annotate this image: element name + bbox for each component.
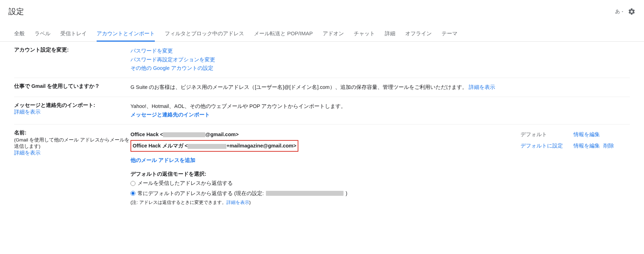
addr-suffix: @gmail.com> (205, 132, 238, 137)
reply-mode-title: デフォルトの返信モードを選択: (130, 170, 630, 179)
settings-header: 設定 あ (0, 0, 644, 20)
tab-general[interactable]: 全般 (14, 27, 25, 41)
import-learn-more-link[interactable]: 詳細を表示 (14, 109, 41, 115)
radio-label: メールを受信したアドレスから返信する (138, 179, 233, 188)
redacted-block (188, 144, 226, 149)
settings-tabs: 全般 ラベル 受信トレイ アカウントとインポート フィルタとブロック中のアドレス… (0, 27, 644, 42)
import-action-link[interactable]: メッセージと連絡先のインポート (130, 112, 210, 117)
section-label: 仕事で Gmail を使用していますか？ (14, 83, 130, 90)
section-title: 名前: (14, 129, 130, 136)
section-content: パスワードを変更 パスワード再設定オプションを変更 その他の Google アカ… (130, 47, 630, 73)
business-learn-more-link[interactable]: 詳細を表示 (469, 84, 495, 90)
note-post: ) (249, 200, 251, 205)
section-title: メッセージと連絡先のインポート: (14, 102, 130, 109)
reply-mode-option[interactable]: メールを受信したアドレスから返信する (130, 178, 630, 188)
tab-offline[interactable]: オフライン (405, 27, 432, 41)
reply-mode-option[interactable]: 常にデフォルトのアドレスから返信する (現在の設定: ) (130, 188, 630, 199)
section-label: アカウント設定を変更: (14, 47, 130, 53)
radio-label-pre: 常にデフォルトのアドレスから返信する (現在の設定: (138, 189, 264, 198)
section-business: 仕事で Gmail を使用していますか？ G Suite のお客様は、ビジネス用… (14, 78, 630, 97)
send-as-row: Office Hack <@gmail.com> デフォルト 情報を編集 (130, 129, 630, 140)
section-label: メッセージと連絡先のインポート: 詳細を表示 (14, 102, 130, 115)
delete-link[interactable]: 削除 (603, 143, 614, 149)
addr-suffix: +mailmagazine@gmail.com> (226, 143, 296, 149)
tab-filters[interactable]: フィルタとブロック中のアドレス (165, 27, 244, 41)
language-selector[interactable]: あ (615, 8, 624, 15)
redacted-block (266, 191, 344, 196)
edit-info-link[interactable]: 情報を編集 (573, 143, 600, 149)
addr-prefix: Office Hack メルマガ < (133, 143, 188, 149)
note-learn-more-link[interactable]: 詳細を表示 (226, 200, 249, 205)
section-account-change: アカウント設定を変更: パスワードを変更 パスワード再設定オプションを変更 その… (14, 42, 630, 78)
section-title: アカウント設定を変更: (14, 47, 69, 53)
tab-labels[interactable]: ラベル (35, 27, 50, 41)
highlighted-address: Office Hack メルマガ <+mailmagazine@gmail.co… (130, 140, 298, 152)
tab-themes[interactable]: テーマ (442, 27, 457, 41)
edit-info-link[interactable]: 情報を編集 (573, 132, 600, 137)
gear-icon[interactable] (628, 8, 636, 16)
make-default-link[interactable]: デフォルトに設定 (521, 143, 563, 149)
addr-prefix: Office Hack < (130, 132, 163, 137)
section-content: Yahoo!、Hotmail、AOL、その他のウェブメールや POP アカウント… (130, 102, 630, 119)
tab-forwarding[interactable]: メール転送と POP/IMAP (254, 27, 313, 41)
send-as-row: Office Hack メルマガ <+mailmagazine@gmail.co… (130, 139, 630, 152)
header-controls: あ (615, 8, 636, 16)
section-import: メッセージと連絡先のインポート: 詳細を表示 Yahoo!、Hotmail、AO… (14, 97, 630, 125)
section-subtitle: (Gmail を使用して他のメール アドレスからメールを送信します) (14, 137, 130, 150)
page-title: 設定 (8, 6, 24, 17)
sendas-learn-more-link[interactable]: 詳細を表示 (14, 150, 41, 156)
section-send-as: 名前: (Gmail を使用して他のメール アドレスからメールを送信します) 詳… (14, 125, 630, 211)
note-pre: (注: アドレスは返信するときに変更できます。 (130, 200, 226, 205)
email-address: Office Hack <@gmail.com> (130, 130, 521, 139)
lang-label: あ (615, 8, 620, 15)
radio-label-post: ) (346, 189, 347, 198)
tab-addons[interactable]: アドオン (323, 27, 344, 41)
section-label: 名前: (Gmail を使用して他のメール アドレスからメールを送信します) 詳… (14, 129, 130, 156)
reply-mode-note: (注: アドレスは返信するときに変更できます。詳細を表示) (130, 199, 630, 206)
tab-chat[interactable]: チャット (354, 27, 375, 41)
section-content: Office Hack <@gmail.com> デフォルト 情報を編集 Off… (130, 129, 630, 206)
change-password-link[interactable]: パスワードを変更 (130, 48, 173, 54)
section-title: 仕事で Gmail を使用していますか？ (14, 83, 100, 89)
add-another-address-link[interactable]: 他のメール アドレスを追加 (130, 157, 195, 163)
tab-accounts-import[interactable]: アカウントとインポート (97, 27, 155, 41)
change-password-options-link[interactable]: パスワード再設定オプションを変更 (130, 57, 215, 62)
chevron-down-icon (621, 10, 624, 13)
tab-inbox[interactable]: 受信トレイ (60, 27, 87, 41)
redacted-block (163, 132, 205, 137)
reply-from-received-radio[interactable] (130, 181, 135, 186)
reply-from-default-radio[interactable] (130, 191, 135, 196)
email-address: Office Hack メルマガ <+mailmagazine@gmail.co… (130, 140, 521, 152)
default-label: デフォルト (521, 130, 573, 139)
other-account-settings-link[interactable]: その他の Google アカウントの設定 (130, 65, 213, 71)
import-text: Yahoo!、Hotmail、AOL、その他のウェブメールや POP アカウント… (130, 102, 630, 111)
section-content: G Suite のお客様は、ビジネス用のメールアドレス（[ユーザー名]@[ドメイ… (130, 83, 630, 92)
business-text: G Suite のお客様は、ビジネス用のメールアドレス（[ユーザー名]@[ドメイ… (130, 84, 467, 90)
settings-body: アカウント設定を変更: パスワードを変更 パスワード再設定オプションを変更 その… (0, 42, 644, 211)
tab-advanced[interactable]: 詳細 (385, 27, 395, 41)
